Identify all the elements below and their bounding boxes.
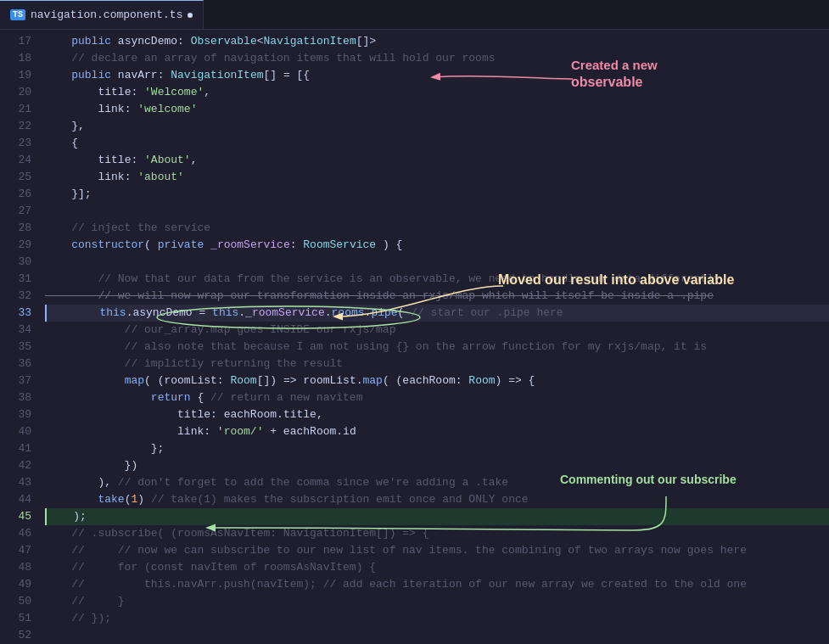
line-30: 30 [14,254,31,271]
line-33: 33 [14,305,31,322]
code-area[interactable]: public asyncDemo: Observable<NavigationI… [38,30,829,644]
line-36: 36 [14,356,31,372]
editor: 17 18 19 20 21 22 23 24 25 26 27 28 29 3… [0,30,829,644]
code-line-19: public navArr: NavigationItem[] = [{ [45,67,829,84]
line-18: 18 [14,50,31,67]
code-line-48: // for (const navItem of roomsAsNavItem)… [45,559,829,576]
line-22: 22 [14,118,31,135]
code-line-24: title: 'About', [45,152,829,169]
code-line-28: // inject the service [45,220,829,237]
code-line-43: ), // don't forget to add the comma sinc… [45,474,829,491]
code-line-52 [45,627,829,644]
code-line-20: title: 'Welcome', [45,84,829,101]
code-line-38: return { // return a new navitem [45,389,829,406]
code-line-33: this.asyncDemo = this._roomService.rooms… [45,305,829,322]
code-line-42: }) [45,457,829,474]
line-numbers: 17 18 19 20 21 22 23 24 25 26 27 28 29 3… [0,30,38,644]
code-line-27 [45,203,829,220]
line-43: 43 [14,474,31,491]
line-31: 31 [14,271,31,288]
code-line-31: // Now that our data from the service is… [45,271,829,288]
line-52: 52 [14,627,31,644]
line-37: 37 [14,372,31,389]
line-39: 39 [14,406,31,423]
line-41: 41 [14,440,31,457]
line-46: 46 [14,525,31,542]
line-28: 28 [14,220,31,237]
line-17: 17 [14,33,31,50]
code-line-22: }, [45,118,829,135]
ts-icon: TS [10,9,25,20]
line-29: 29 [14,237,31,254]
line-38: 38 [14,389,31,406]
code-line-30 [45,254,829,271]
code-line-25: link: 'about' [45,169,829,186]
line-50: 50 [14,593,31,610]
code-line-21: link: 'welcome' [45,101,829,118]
code-line-23: { [45,135,829,152]
line-51: 51 [14,610,31,627]
code-line-41: }; [45,440,829,457]
line-47: 47 [14,542,31,559]
code-line-45: ); [45,508,829,525]
editor-wrapper: public asyncDemo: Observable<NavigationI… [38,30,829,644]
line-32: 32 [14,288,31,305]
line-25: 25 [14,169,31,186]
line-40: 40 [14,423,31,440]
line-26: 26 [14,186,31,203]
line-20: 20 [14,84,31,101]
line-24: 24 [14,152,31,169]
code-line-35: // also note that because I am not using… [45,339,829,356]
line-48: 48 [14,559,31,576]
line-35: 35 [14,339,31,356]
code-line-34: // our_array.map goes INSIDE our rxjs/ma… [45,322,829,339]
code-line-50: // } [45,593,829,610]
code-line-17: public asyncDemo: Observable<NavigationI… [45,33,829,50]
code-line-51: // }); [45,610,829,627]
tab-navigation-component[interactable]: TS navigation.component.ts [0,0,204,29]
line-42: 42 [14,457,31,474]
code-line-36: // implictly returning the result [45,356,829,372]
code-line-40: link: 'room/' + eachRoom.id [45,423,829,440]
code-line-47: // // now we can subscribe to our new li… [45,542,829,559]
tab-filename: navigation.component.ts [31,8,182,21]
code-line-26: }]; [45,186,829,203]
code-line-29: constructor( private _roomService: RoomS… [45,237,829,254]
code-line-37: map( (roomList: Room[]) => roomList.map(… [45,372,829,389]
tab-bar: TS navigation.component.ts [0,0,829,30]
line-34: 34 [14,322,31,339]
line-19: 19 [14,67,31,84]
code-line-32: // we will now wrap our transformation i… [45,288,829,305]
line-27: 27 [14,203,31,220]
line-44: 44 [14,491,31,508]
code-line-49: // this.navArr.push(navItem); // add eac… [45,576,829,593]
code-line-39: title: eachRoom.title, [45,406,829,423]
line-21: 21 [14,101,31,118]
modified-dot [188,13,193,18]
line-45: 45 [14,508,31,525]
code-line-46: // .subscribe( (roomsAsNavItem: Navigati… [45,525,829,542]
line-23: 23 [14,135,31,152]
line-49: 49 [14,576,31,593]
code-line-18: // declare an array of navigation items … [45,50,829,67]
code-line-44: take(1) // take(1) makes the subscriptio… [45,491,829,508]
